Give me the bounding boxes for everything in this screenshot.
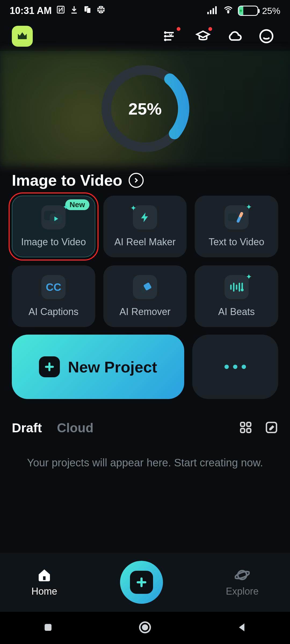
progress-percent: 25% [97,60,193,157]
premium-badge[interactable] [12,26,33,47]
wifi-icon [222,5,234,17]
back-button[interactable] [236,621,248,634]
dot-icon [242,365,246,369]
grid-view-icon[interactable] [239,421,252,435]
status-time: 10:31 AM [10,5,52,16]
tool-label: AI Captions [28,306,78,317]
nfc-icon [56,5,65,17]
app-top-bar [0,21,290,51]
svg-rect-26 [247,429,251,433]
new-project-label: New Project [68,358,157,376]
eraser-icon [133,275,157,299]
tool-ai-reel-maker[interactable]: ✦ AI Reel Maker [103,196,187,257]
beats-icon: ✦ [224,275,249,299]
cards-icon [83,5,92,17]
svg-rect-24 [247,422,251,426]
dot-icon [224,365,229,369]
more-button[interactable] [192,335,278,399]
battery-percent: 25% [262,6,280,16]
chevron-right-icon [129,173,144,188]
image-video-icon: ✦ [41,205,66,229]
plus-icon [39,356,60,377]
svg-point-30 [235,570,250,580]
section-heading[interactable]: Image to Video [0,166,290,196]
svg-rect-6 [213,8,214,14]
new-project-button[interactable]: New Project [12,335,184,399]
progress-ring: 25% [97,60,193,157]
recents-button[interactable] [42,621,54,634]
signal-icon [207,5,219,17]
svg-rect-31 [45,624,52,631]
svg-rect-5 [210,10,212,14]
svg-point-12 [260,30,273,43]
tool-label: Text to Video [209,236,264,248]
nav-home-label: Home [31,586,57,597]
plus-icon [130,571,153,594]
tool-label: AI Beats [218,306,255,317]
tool-ai-remover[interactable]: AI Remover [103,265,187,327]
svg-rect-28 [43,576,45,580]
svg-rect-4 [207,12,209,14]
svg-rect-25 [241,429,245,433]
tool-label: Image to Video [21,236,86,248]
basketball-icon [96,5,106,17]
tool-grid: New ✦ Image to Video ✦ AI Reel Maker ✦ T… [0,196,290,335]
cc-text: CC [46,281,61,293]
battery-icon [238,6,258,16]
download-icon [70,5,79,17]
nav-explore-label: Explore [226,586,259,597]
tab-draft[interactable]: Draft [12,420,42,435]
edit-icon[interactable] [265,421,278,435]
planet-icon [235,568,250,583]
empty-state-message: Your projects will appear here. Start cr… [0,441,290,469]
svg-point-33 [143,625,147,630]
svg-rect-2 [87,8,90,13]
dot-icon [233,365,237,369]
cloud-icon[interactable] [227,28,243,44]
project-tabs: Draft Cloud [0,404,290,441]
tool-ai-captions[interactable]: CC AI Captions [12,265,95,327]
system-nav-bar [0,612,290,644]
svg-rect-23 [241,422,245,426]
section-title: Image to Video [12,171,122,189]
profile-icon[interactable] [258,28,274,44]
tool-text-to-video[interactable]: ✦ Text to Video [195,196,278,257]
status-bar: 10:31 AM 25% [0,0,290,21]
captions-icon: CC [41,275,66,299]
svg-point-11 [165,39,166,41]
new-badge: New [65,199,89,210]
bottom-nav: Home Explore [0,553,290,612]
home-button[interactable] [138,620,152,635]
tab-cloud[interactable]: Cloud [57,420,93,435]
svg-rect-7 [215,6,217,14]
reel-maker-icon: ✦ [133,205,157,229]
svg-point-10 [165,36,166,37]
svg-point-8 [228,12,229,13]
svg-rect-17 [228,214,238,221]
svg-point-9 [165,32,166,33]
nav-create-button[interactable] [120,561,163,604]
hero-banner[interactable]: 25% [0,51,290,166]
new-project-row: New Project [0,335,290,404]
academy-icon[interactable] [195,28,211,44]
tool-ai-beats[interactable]: ✦ AI Beats [195,265,278,327]
nav-home[interactable]: Home [31,568,57,597]
home-icon [37,568,52,583]
text-video-icon: ✦ [224,205,249,229]
tool-image-to-video[interactable]: New ✦ Image to Video [12,196,95,257]
tool-label: AI Remover [119,306,171,317]
tool-label: AI Reel Maker [114,236,176,248]
effects-list-icon[interactable] [163,28,179,44]
nav-explore[interactable]: Explore [226,568,259,597]
